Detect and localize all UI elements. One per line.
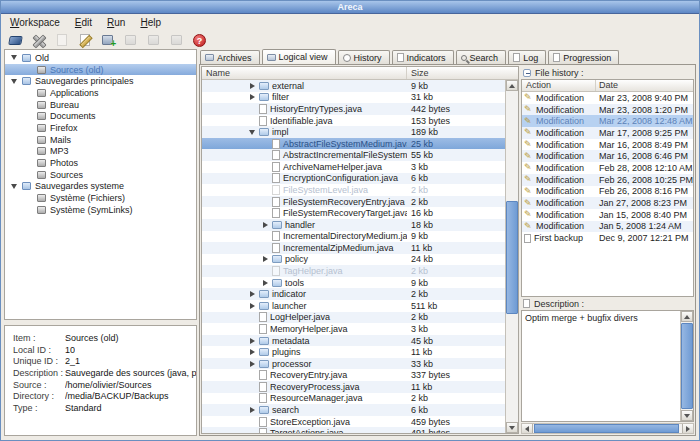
file-tree-row[interactable]: ArchiveNameHelper.java3 kb (202, 161, 505, 173)
file-tree-row[interactable]: HistoryEntryTypes.java442 bytes (202, 103, 505, 115)
tab-history[interactable]: History (338, 50, 390, 64)
backup-add-icon[interactable] (98, 32, 117, 49)
scroll-down-button[interactable] (506, 422, 518, 433)
file-history-row[interactable]: ✎ModificationJan 5, 2008 1:24 AM (522, 221, 693, 233)
description-vertical-scrollbar[interactable] (680, 311, 693, 421)
menu-item-run[interactable]: Run (107, 17, 125, 28)
file-tree-row[interactable]: FileSystemLevel.java2 kb (202, 184, 505, 196)
collapsed-arrow-icon[interactable] (250, 291, 255, 297)
collapsed-arrow-icon[interactable] (263, 222, 268, 228)
file-tree-row[interactable]: EncryptionConfiguration.java6 kb (202, 173, 505, 185)
workspace-tree-item-firefox[interactable]: Firefox (5, 122, 196, 134)
collapsed-arrow-icon[interactable] (250, 349, 255, 355)
workspace-tree-item-photos[interactable]: Photos (5, 157, 196, 169)
collapsed-arrow-icon[interactable] (263, 280, 268, 286)
file-tree-row[interactable]: RecoveryEntry.java337 bytes (202, 369, 505, 381)
file-history-row[interactable]: ✎ModificationMar 17, 2008 9:25 PM (522, 127, 693, 139)
file-tree-row[interactable]: filter31 kb (202, 92, 505, 104)
file-tree-row[interactable]: indicator2 kb (202, 288, 505, 300)
tab-archives[interactable]: Archives (200, 50, 260, 64)
collapsed-arrow-icon[interactable] (250, 303, 255, 309)
file-tree-vertical-scrollbar[interactable] (505, 80, 518, 433)
tab-search[interactable]: Search (456, 50, 507, 64)
tab-indicators[interactable]: Indicators (392, 50, 454, 64)
column-header-size[interactable]: Size (407, 67, 518, 79)
workspace-tree-item-applications[interactable]: Applications (5, 87, 196, 99)
file-tree-row[interactable]: external9 kb (202, 80, 505, 92)
expanded-arrow-icon[interactable] (11, 79, 17, 84)
file-history-row[interactable]: ✎ModificationMar 16, 2008 8:49 PM (522, 139, 693, 151)
workspace-tree-item-bureau[interactable]: Bureau (5, 99, 196, 111)
file-tree-row[interactable]: ResourceManager.java2 kb (202, 393, 505, 405)
file-tree-row[interactable]: impl189 kb (202, 126, 505, 138)
collapsed-arrow-icon[interactable] (250, 94, 255, 100)
file-tree-row[interactable]: metadata45 kb (202, 335, 505, 347)
file-tree-row[interactable]: FileSystemRecoveryEntry.java2 kb (202, 196, 505, 208)
file-tree-row[interactable]: AbstractIncrementalFileSystemMedi55 kb (202, 149, 505, 161)
collapsed-arrow-icon[interactable] (250, 407, 255, 413)
file-tree-row[interactable]: launcher511 kb (202, 300, 505, 312)
workspace-tree-item-mp3[interactable]: MP3 (5, 146, 196, 158)
collapsed-arrow-icon[interactable] (250, 83, 255, 89)
file-tree-row[interactable]: handler18 kb (202, 219, 505, 231)
workspace-tree-item-documents[interactable]: Documents (5, 110, 196, 122)
file-history-row[interactable]: ✎ModificationFeb 26, 2008 8:16 PM (522, 186, 693, 198)
scroll-up-button[interactable] (506, 80, 518, 91)
workspace-tree-item-sauvegardes-systeme[interactable]: Sauvegardes systeme (5, 181, 196, 193)
expanded-arrow-icon[interactable] (11, 55, 17, 60)
file-tree-row[interactable]: AbstractFileSystemMedium.java25 kb (202, 138, 505, 150)
file-tree-row[interactable]: processor33 kb (202, 358, 505, 370)
scrollbar-thumb[interactable] (681, 323, 693, 409)
file-tree-row[interactable]: TagHelper.java2 kb (202, 265, 505, 277)
scrollbar-thumb[interactable] (506, 201, 518, 314)
tab-progression[interactable]: Progression (548, 50, 619, 64)
file-history-row[interactable]: First backupDec 9, 2007 12:21 PM (522, 232, 693, 244)
horizontal-scrollbar[interactable] (521, 423, 694, 434)
tab-logical-view[interactable]: Logical view (262, 49, 336, 64)
preferences-icon[interactable] (29, 32, 48, 49)
expanded-arrow-icon[interactable] (249, 130, 255, 135)
workspace-tree-item-syst-me-symlinks[interactable]: Système (SymLinks) (5, 204, 196, 216)
menu-item-help[interactable]: Help (140, 17, 161, 28)
file-tree-row[interactable]: LogHelper.java2 kb (202, 312, 505, 324)
workspace-tree-item-old[interactable]: Old (5, 52, 196, 64)
scrollbar-thumb[interactable] (534, 424, 679, 433)
help-icon[interactable]: ? (190, 32, 209, 49)
workspace-tree-item-mails[interactable]: Mails (5, 134, 196, 146)
expanded-arrow-icon[interactable] (11, 184, 17, 189)
file-tree-row[interactable]: IncrementalDirectoryMedium.java9 kb (202, 231, 505, 243)
menu-item-edit[interactable]: Edit (75, 17, 92, 28)
menu-item-workspace[interactable]: Workspace (10, 17, 60, 28)
file-history-row[interactable]: ✎ModificationMar 23, 2008 9:40 PM (522, 92, 693, 104)
file-tree-row[interactable]: IncrementalZipMedium.java11 kb (202, 242, 505, 254)
column-header-name[interactable]: Name (202, 67, 407, 79)
workspace-tree-item-syst-me-fichiers[interactable]: Système (Fichiers) (5, 192, 196, 204)
file-history-row[interactable]: ✎ModificationMar 22, 2008 12:48 AM (522, 115, 693, 127)
file-tree-row[interactable]: policy24 kb (202, 254, 505, 266)
description-panel[interactable]: Optim merge + bugfix divers (521, 310, 694, 422)
collapsed-arrow-icon[interactable] (250, 361, 255, 367)
file-tree-row[interactable]: Identifiable.java153 bytes (202, 115, 505, 127)
file-tree-row[interactable]: TargetActions.java491 bytes (202, 427, 505, 433)
file-history-row[interactable]: ✎ModificationMar 23, 2008 1:20 PM (522, 104, 693, 116)
file-tree-row[interactable]: MemoryHelper.java3 kb (202, 323, 505, 335)
file-tree-row[interactable]: search6 kb (202, 404, 505, 416)
tab-log[interactable]: Log (508, 50, 546, 64)
file-tree-row[interactable]: tools9 kb (202, 277, 505, 289)
file-tree-row[interactable]: FileSystemRecoveryTarget.java16 kb (202, 207, 505, 219)
collapsed-arrow-icon[interactable] (263, 256, 268, 262)
scroll-up-button[interactable] (681, 311, 693, 322)
file-tree-row[interactable]: StoreException.java459 bytes (202, 416, 505, 428)
file-tree-row[interactable]: RecoveryProcess.java11 kb (202, 381, 505, 393)
workspace-tree-item-sauvegardes-principales[interactable]: Sauvegardes principales (5, 75, 196, 87)
file-history-row[interactable]: ✎ModificationMar 16, 2008 6:46 PM (522, 150, 693, 162)
file-history-row[interactable]: ✎ModificationFeb 28, 2008 12:10 AM (522, 162, 693, 174)
collapse-icon[interactable] (523, 69, 531, 77)
file-history-row[interactable]: ✎ModificationJan 15, 2008 8:40 PM (522, 209, 693, 221)
scroll-left-button[interactable] (522, 424, 533, 433)
file-history-row[interactable]: ✎ModificationJan 27, 2008 8:23 PM (522, 197, 693, 209)
open-workspace-icon[interactable] (6, 32, 25, 49)
scroll-down-button[interactable] (681, 410, 693, 421)
scroll-right-button[interactable] (682, 424, 693, 433)
column-header-action[interactable]: Action (522, 80, 596, 91)
